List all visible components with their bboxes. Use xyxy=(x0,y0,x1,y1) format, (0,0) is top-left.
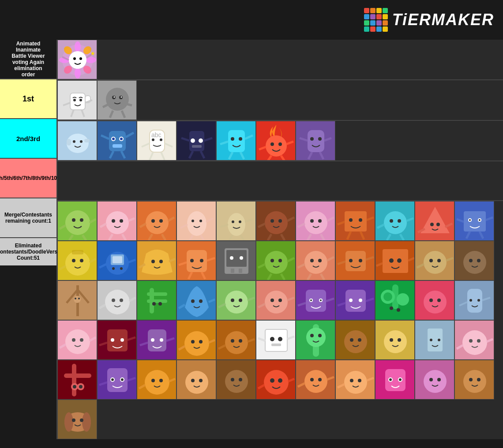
tiermaker-logo-text: TiERMAKER xyxy=(392,11,494,29)
svg-point-449 xyxy=(72,418,75,422)
elim-char-55 xyxy=(454,360,494,399)
char-4th-7 xyxy=(296,121,335,161)
svg-rect-73 xyxy=(228,130,245,152)
svg-point-439 xyxy=(429,378,433,381)
svg-rect-386 xyxy=(64,373,91,378)
svg-rect-216 xyxy=(239,269,242,273)
svg-point-97 xyxy=(65,210,90,235)
svg-point-222 xyxy=(278,259,282,262)
svg-point-130 xyxy=(232,220,234,223)
elim-char-27 xyxy=(216,280,256,320)
svg-point-122 xyxy=(191,220,194,222)
svg-point-81 xyxy=(266,135,287,157)
svg-point-380 xyxy=(469,339,473,343)
svg-point-369 xyxy=(358,338,361,342)
svg-point-421 xyxy=(310,378,314,381)
svg-point-317 xyxy=(437,299,441,302)
svg-point-390 xyxy=(79,385,83,388)
svg-point-74 xyxy=(231,137,234,141)
elim-char-15 xyxy=(176,241,216,280)
elim-char-4 xyxy=(176,201,216,241)
svg-point-350 xyxy=(231,339,234,343)
svg-point-426 xyxy=(344,371,367,394)
svg-point-263 xyxy=(78,298,80,299)
svg-point-447 xyxy=(64,412,73,432)
svg-point-139 xyxy=(278,219,282,223)
row-merge-content xyxy=(57,161,503,201)
svg-point-185 xyxy=(65,251,90,276)
svg-rect-16 xyxy=(70,93,85,110)
svg-point-147 xyxy=(318,219,322,223)
svg-point-207 xyxy=(200,259,203,262)
elim-char-42 xyxy=(375,320,415,360)
svg-point-288 xyxy=(265,291,288,314)
elim-char-52 xyxy=(335,360,375,399)
svg-point-411 xyxy=(231,378,234,381)
elim-char-44 xyxy=(454,320,494,360)
svg-point-357 xyxy=(278,337,282,341)
svg-point-1 xyxy=(75,41,81,52)
svg-point-372 xyxy=(390,338,393,342)
svg-point-106 xyxy=(112,219,115,223)
svg-point-422 xyxy=(318,378,322,381)
svg-point-249 xyxy=(429,259,433,262)
elim-char-8 xyxy=(335,201,375,241)
elim-char-20 xyxy=(375,241,415,280)
elim-char-49 xyxy=(216,360,256,399)
char-4th-2 xyxy=(97,121,137,161)
svg-point-10 xyxy=(73,57,76,60)
elim-char-36 xyxy=(137,320,176,360)
svg-point-332 xyxy=(111,338,114,342)
elim-char-29 xyxy=(296,280,335,320)
svg-point-137 xyxy=(265,211,288,234)
svg-point-196 xyxy=(120,267,123,270)
svg-point-289 xyxy=(270,299,274,302)
svg-point-90 xyxy=(310,137,314,141)
elim-char-7 xyxy=(296,201,335,241)
svg-point-436 xyxy=(399,378,402,381)
svg-point-25 xyxy=(106,88,129,111)
svg-rect-188 xyxy=(72,250,83,254)
svg-rect-214 xyxy=(226,250,247,267)
svg-point-406 xyxy=(185,371,208,394)
title-line3: Battle Viewer xyxy=(11,53,45,59)
elim-char-2 xyxy=(97,201,137,241)
svg-point-284 xyxy=(239,299,242,302)
svg-point-129 xyxy=(228,213,245,236)
svg-point-131 xyxy=(239,220,241,223)
elim-char-39 xyxy=(256,320,296,360)
elim-char-47 xyxy=(137,360,176,399)
svg-point-18 xyxy=(73,99,76,101)
elim-char-45 xyxy=(57,360,97,399)
elim-char-26 xyxy=(176,280,216,320)
elim-char-30 xyxy=(335,280,375,320)
svg-point-400 xyxy=(145,370,169,395)
svg-point-256 xyxy=(477,259,480,262)
svg-point-371 xyxy=(384,330,407,353)
svg-point-145 xyxy=(304,211,327,234)
svg-point-416 xyxy=(278,378,282,383)
elim-char-32 xyxy=(415,280,454,320)
svg-point-238 xyxy=(359,259,362,262)
svg-point-187 xyxy=(80,259,83,262)
char-1st-svg xyxy=(58,40,97,79)
svg-point-444 xyxy=(477,378,480,381)
svg-point-420 xyxy=(304,370,327,393)
svg-point-367 xyxy=(344,330,367,353)
tiermaker-logo: TiERMAKER xyxy=(364,8,494,32)
svg-point-402 xyxy=(159,379,163,382)
svg-rect-392 xyxy=(107,368,128,392)
svg-point-66 xyxy=(199,138,203,143)
elim-char-38 xyxy=(216,320,256,360)
row-2nd3rd-content xyxy=(57,80,503,121)
svg-point-266 xyxy=(112,299,115,302)
svg-point-155 xyxy=(359,218,362,222)
svg-point-121 xyxy=(187,211,206,236)
elim-char-16 xyxy=(216,241,256,280)
svg-rect-319 xyxy=(467,289,482,313)
svg-point-313 xyxy=(397,308,400,312)
svg-point-282 xyxy=(225,291,248,314)
svg-point-171 xyxy=(436,223,440,226)
svg-point-333 xyxy=(120,338,124,342)
svg-point-220 xyxy=(265,251,288,274)
